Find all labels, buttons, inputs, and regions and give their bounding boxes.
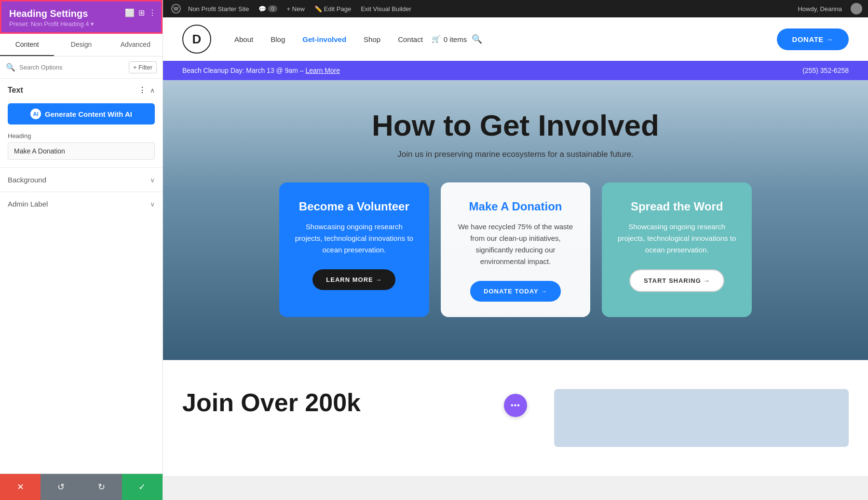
learn-more-button[interactable]: LEARN MORE → (312, 269, 395, 290)
background-chevron-icon: ∨ (150, 176, 155, 184)
donate-today-button[interactable]: DONATE TODAY → (470, 281, 561, 302)
volunteer-card-title: Become a Volunteer (295, 200, 414, 213)
filter-button[interactable]: + Filter (129, 61, 157, 73)
bottom-image (554, 389, 849, 447)
ai-icon: AI (30, 109, 41, 119)
new-link[interactable]: + New (282, 0, 310, 17)
panel-icon-window[interactable]: ⬜ (125, 8, 135, 17)
search-icon-panel: 🔍 (6, 63, 15, 72)
howdy-label: Howdy, Deanna (793, 0, 847, 17)
donate-header-button[interactable]: DONATE → (777, 28, 849, 50)
cart-link[interactable]: 🛒 0 items (432, 35, 467, 43)
background-section-header[interactable]: Background ∨ (0, 168, 163, 192)
cancel-button[interactable]: ✕ (0, 474, 41, 500)
cards-row: Become a Volunteer Showcasing ongoing re… (279, 182, 752, 317)
spread-card: Spread the Word Showcasing ongoing resea… (602, 182, 752, 317)
nav-shop[interactable]: Shop (355, 35, 389, 43)
heading-field-label: Heading (8, 132, 155, 139)
join-title: Join Over 200k (182, 389, 477, 417)
text-section-actions: ⋮ ∧ (138, 85, 155, 95)
spread-card-title: Spread the Word (617, 200, 736, 213)
redo-button[interactable]: ↻ (81, 474, 122, 500)
nav-blog[interactable]: Blog (262, 35, 294, 43)
exit-visual-builder-link[interactable]: Exit Visual Builder (356, 0, 416, 17)
wp-admin-bar: W Non Profit Starter Site 💬 0 + New ✏️ E… (163, 0, 868, 17)
panel-footer: ✕ ↺ ↻ ✓ (0, 473, 163, 500)
user-avatar[interactable] (851, 3, 862, 14)
announcement-phone: (255) 352-6258 (802, 67, 849, 74)
cart-count: 0 items (444, 35, 467, 43)
site-name-link[interactable]: Non Profit Starter Site (183, 0, 254, 17)
announcement-bar: Beach Cleanup Day: March 13 @ 9am – Lear… (163, 61, 868, 80)
site-nav: About Blog Get-involved Shop Contact 🛒 0… (226, 34, 767, 44)
heading-input[interactable] (8, 142, 155, 160)
bottom-section: Join Over 200k ••• (163, 360, 868, 476)
announcement-text: Beach Cleanup Day: March 13 @ 9am – Lear… (182, 67, 340, 74)
panel-header: Heading Settings Preset: Non Profit Head… (0, 0, 163, 34)
site-header: D About Blog Get-involved Shop Contact 🛒… (163, 17, 868, 61)
spread-card-body: Showcasing ongoing research projects, te… (617, 221, 736, 256)
hero-section: How to Get Involved Join us in preservin… (163, 80, 868, 360)
search-icon[interactable]: 🔍 (467, 34, 487, 44)
purple-fab-button[interactable]: ••• (504, 394, 527, 417)
panel-tabs: Content Design Advanced (0, 34, 163, 56)
wp-logo-icon[interactable]: W (169, 1, 183, 16)
admin-label-title: Admin Label (8, 200, 48, 208)
search-options-input[interactable] (19, 64, 125, 71)
panel-header-icons: ⬜ ⊞ ⋮ (125, 8, 156, 17)
admin-label-section-header[interactable]: Admin Label ∨ (0, 192, 163, 216)
hero-subtitle: Join us in preserving marine ecosystems … (397, 150, 633, 159)
volunteer-card: Become a Volunteer Showcasing ongoing re… (279, 182, 429, 317)
admin-label-chevron-icon: ∨ (150, 200, 155, 208)
donation-card: Make A Donation We have recycled 75% of … (441, 182, 591, 317)
fab-area: ••• (496, 389, 535, 417)
nav-about[interactable]: About (226, 35, 262, 43)
site-logo[interactable]: D (182, 25, 211, 54)
background-section: Background ∨ (0, 167, 163, 192)
edit-page-link[interactable]: ✏️ Edit Page (310, 0, 356, 17)
tab-design[interactable]: Design (54, 34, 108, 56)
text-section-header[interactable]: Text ⋮ ∧ (0, 79, 163, 101)
volunteer-card-body: Showcasing ongoing research projects, te… (295, 221, 414, 256)
panel-search-row: 🔍 + Filter (0, 56, 163, 79)
text-section-more-icon[interactable]: ⋮ (138, 85, 146, 95)
text-section: Text ⋮ ∧ AI Generate Content With AI Hea… (0, 79, 163, 167)
nav-contact[interactable]: Contact (389, 35, 432, 43)
panel-preset[interactable]: Preset: Non Profit Heading 4 ▾ (9, 20, 153, 28)
ellipsis-icon: ••• (511, 401, 520, 410)
learn-more-link[interactable]: Learn More (305, 67, 340, 74)
nav-get-involved[interactable]: Get-involved (294, 35, 355, 43)
hero-title: How to Get Involved (372, 109, 659, 142)
text-section-title: Text (8, 86, 23, 95)
start-sharing-button[interactable]: START SHARING → (629, 269, 725, 292)
svg-text:W: W (174, 6, 179, 12)
donation-card-body: We have recycled 75% of the waste from o… (456, 221, 575, 267)
panel-icon-more[interactable]: ⋮ (149, 8, 156, 17)
cart-icon: 🛒 (432, 35, 441, 43)
heading-field-group: Heading (0, 130, 163, 167)
ai-generate-button[interactable]: AI Generate Content With AI (8, 103, 155, 125)
save-button[interactable]: ✓ (122, 474, 163, 500)
comments-link[interactable]: 💬 0 (254, 0, 282, 17)
tab-advanced[interactable]: Advanced (108, 34, 163, 56)
background-section-title: Background (8, 176, 46, 184)
undo-button[interactable]: ↺ (41, 474, 81, 500)
tab-content[interactable]: Content (0, 34, 54, 56)
donation-card-title: Make A Donation (456, 200, 575, 213)
admin-label-section: Admin Label ∨ (0, 192, 163, 216)
text-section-chevron-icon[interactable]: ∧ (150, 86, 155, 94)
panel-icon-grid[interactable]: ⊞ (138, 8, 145, 17)
